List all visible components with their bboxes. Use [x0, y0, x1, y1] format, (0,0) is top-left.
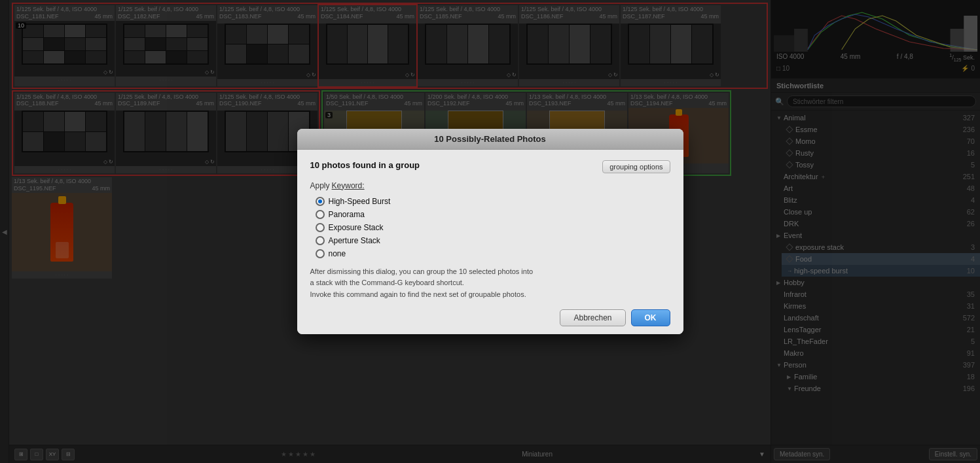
- radio-label-exposure-stack: Exposure Stack: [329, 223, 384, 232]
- radio-input-high-speed: [316, 197, 325, 206]
- radio-label-none: none: [329, 249, 346, 258]
- modal-main-text: 10 photos found in a group: [310, 160, 420, 170]
- cancel-button[interactable]: Abbrechen: [560, 309, 625, 326]
- grouping-options-btn[interactable]: grouping options: [602, 160, 670, 173]
- radio-input-none: [316, 249, 325, 258]
- modal-desc-line1: After dismissing this dialog, you can gr…: [310, 267, 534, 275]
- radio-input-aperture-stack: [316, 236, 325, 245]
- radio-label-high-speed: High-Speed Burst: [329, 197, 391, 206]
- radio-panorama[interactable]: Panorama: [316, 210, 670, 219]
- modal-body: 10 photos found in a group grouping opti…: [297, 150, 683, 335]
- radio-label-aperture-stack: Aperture Stack: [329, 236, 380, 245]
- radio-none[interactable]: none: [316, 249, 670, 258]
- radio-label-panorama: Panorama: [329, 210, 365, 219]
- ok-button[interactable]: OK: [631, 309, 670, 326]
- keyword-label: Keyword:: [332, 181, 365, 190]
- modal-overlay: 10 Possibly-Related Photos 10 photos fou…: [0, 0, 980, 463]
- modal-title: 10 Possibly-Related Photos: [434, 134, 546, 144]
- radio-group: High-Speed Burst Panorama Exposure Stack…: [316, 197, 670, 258]
- modal-description: After dismissing this dialog, you can gr…: [310, 266, 670, 301]
- modal-title-bar: 10 Possibly-Related Photos: [297, 129, 683, 150]
- radio-input-exposure-stack: [316, 223, 325, 232]
- modal-desc-line2: a stack with the Command-G keyboard shor…: [310, 279, 464, 286]
- modal-dialog: 10 Possibly-Related Photos 10 photos fou…: [297, 129, 683, 335]
- radio-high-speed[interactable]: High-Speed Burst: [316, 197, 670, 206]
- radio-exposure-stack[interactable]: Exposure Stack: [316, 223, 670, 232]
- radio-input-panorama: [316, 210, 325, 219]
- apply-label: Apply: [310, 181, 330, 190]
- modal-buttons: Abbrechen OK: [310, 309, 670, 326]
- modal-desc-line3: Invoke this command again to find the ne…: [310, 290, 526, 298]
- radio-aperture-stack[interactable]: Aperture Stack: [316, 236, 670, 245]
- apply-keyword-section: Apply Keyword:: [310, 181, 670, 190]
